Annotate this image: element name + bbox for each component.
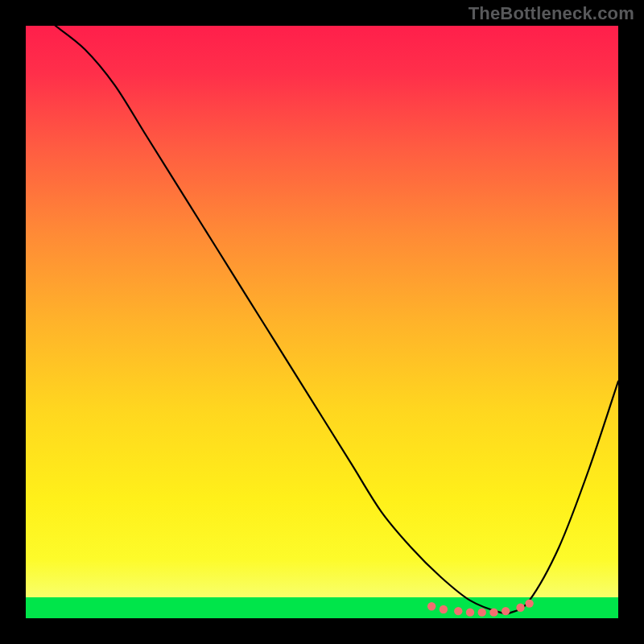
dot-point [478, 608, 486, 616]
dot-point [502, 607, 510, 615]
dot-point [489, 608, 497, 616]
dot-point [454, 607, 462, 615]
plot-area [26, 26, 618, 618]
dot-point [525, 599, 533, 607]
dot-point [440, 605, 448, 613]
dot-point [427, 602, 436, 610]
dot-point [466, 608, 474, 616]
gradient-background [26, 26, 618, 618]
chart-svg [26, 26, 618, 618]
watermark-text: TheBottleneck.com [469, 3, 634, 24]
dot-point [516, 604, 524, 612]
chart-frame: TheBottleneck.com [0, 0, 644, 644]
